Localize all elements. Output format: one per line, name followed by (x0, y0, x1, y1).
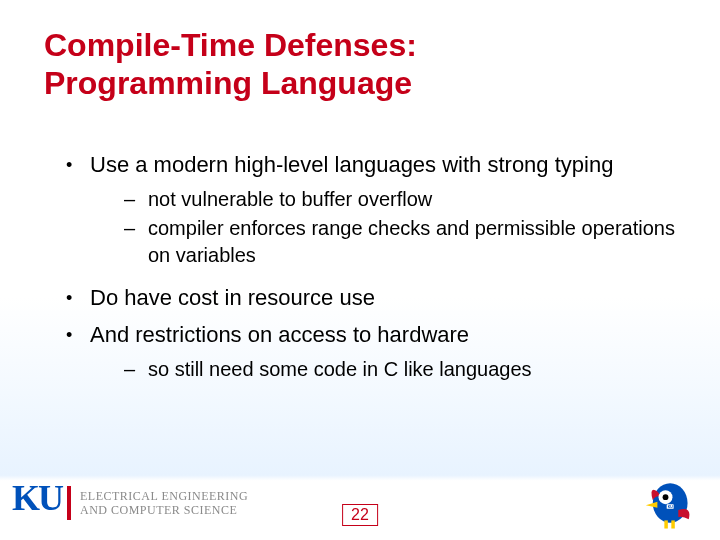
dept-line-1: ELECTRICAL ENGINEERING (80, 489, 248, 503)
svg-text:KU: KU (668, 505, 674, 509)
bullet-text: Do have cost in resource use (90, 285, 375, 310)
department-name: ELECTRICAL ENGINEERING AND COMPUTER SCIE… (80, 490, 248, 518)
bullet-item: And restrictions on access to hardware s… (60, 320, 680, 383)
sub-bullet-item: not vulnerable to buffer overflow (124, 186, 680, 213)
bullet-text: And restrictions on access to hardware (90, 322, 469, 347)
ku-logo-bar (67, 486, 71, 520)
ku-logo: KU (12, 480, 70, 528)
bullet-text: Use a modern high-level languages with s… (90, 152, 613, 177)
footer-left: KU ELECTRICAL ENGINEERING AND COMPUTER S… (12, 480, 248, 528)
slide-title: Compile-Time Defenses: Programming Langu… (44, 26, 680, 103)
dept-line-2: AND COMPUTER SCIENCE (80, 503, 237, 517)
title-line-2: Programming Language (44, 65, 412, 101)
bullet-item: Use a modern high-level languages with s… (60, 150, 680, 269)
sub-bullet-item: compiler enforces range checks and permi… (124, 215, 680, 269)
sub-bullet-text: not vulnerable to buffer overflow (148, 188, 432, 210)
sub-bullet-text: compiler enforces range checks and permi… (148, 217, 675, 266)
svg-point-0 (653, 483, 688, 522)
title-line-1: Compile-Time Defenses: (44, 27, 417, 63)
svg-rect-4 (671, 520, 674, 528)
bullet-item: Do have cost in resource use (60, 283, 680, 313)
svg-point-2 (663, 494, 669, 500)
sub-bullet-list: so still need some code in C like langua… (124, 356, 680, 383)
slide-body: Use a modern high-level languages with s… (60, 150, 680, 397)
slide: Compile-Time Defenses: Programming Langu… (0, 0, 720, 540)
jayhawk-mascot-icon: KU (638, 474, 700, 532)
sub-bullet-list: not vulnerable to buffer overflow compil… (124, 186, 680, 269)
bullet-list: Use a modern high-level languages with s… (60, 150, 680, 383)
sub-bullet-item: so still need some code in C like langua… (124, 356, 680, 383)
sub-bullet-text: so still need some code in C like langua… (148, 358, 532, 380)
ku-logo-text: KU (12, 478, 62, 518)
svg-rect-3 (664, 520, 667, 528)
page-number: 22 (342, 504, 378, 526)
